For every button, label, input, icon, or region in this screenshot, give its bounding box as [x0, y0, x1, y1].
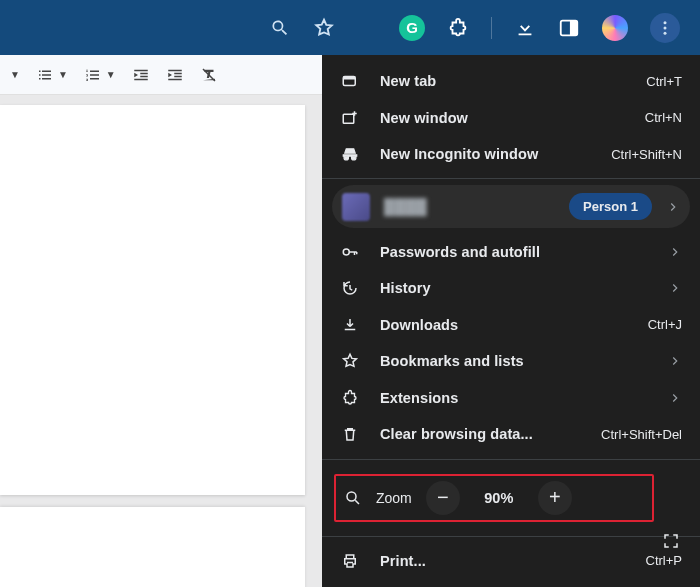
- svg-rect-6: [343, 77, 355, 80]
- menu-new-tab[interactable]: New tab Ctrl+T: [322, 63, 700, 99]
- menu-bookmarks[interactable]: Bookmarks and lists: [322, 343, 700, 379]
- kebab-menu-icon[interactable]: [650, 13, 680, 43]
- puzzle-icon: [340, 388, 360, 408]
- toolbar-separator: [491, 17, 492, 39]
- menu-label: New Incognito window: [380, 146, 591, 162]
- new-tab-icon: [340, 71, 360, 91]
- svg-point-3: [664, 26, 667, 29]
- download-icon[interactable]: [514, 17, 536, 39]
- history-icon: [340, 278, 360, 298]
- profile-badge: Person 1: [569, 193, 652, 220]
- menu-label: Downloads: [380, 317, 628, 333]
- print-icon: [340, 551, 360, 571]
- svg-point-8: [343, 249, 349, 255]
- document-page-next: [0, 507, 305, 587]
- svg-rect-1: [570, 20, 577, 35]
- menu-label: Passwords and autofill: [380, 244, 648, 260]
- menu-clear-browsing[interactable]: Clear browsing data... Ctrl+Shift+Del: [322, 416, 700, 452]
- svg-point-9: [347, 492, 356, 501]
- dropdown-caret-icon[interactable]: ▼: [10, 69, 20, 80]
- menu-passwords[interactable]: Passwords and autofill: [322, 234, 700, 270]
- document-page: [0, 105, 305, 495]
- menu-shortcut: Ctrl+P: [646, 553, 682, 568]
- menu-zoom-highlight: Zoom − 90% +: [334, 474, 654, 522]
- bullet-list-button[interactable]: ▼: [36, 66, 68, 84]
- profile-name: ████: [384, 198, 555, 215]
- menu-shortcut: Ctrl+Shift+Del: [601, 427, 682, 442]
- menu-label: History: [380, 280, 648, 296]
- chevron-right-icon: [668, 281, 682, 295]
- numbered-list-button[interactable]: ▼: [84, 66, 116, 84]
- zoom-in-button[interactable]: +: [538, 481, 572, 515]
- menu-divider: [322, 459, 700, 460]
- menu-divider: [322, 178, 700, 179]
- menu-label: Zoom: [376, 490, 412, 506]
- menu-shortcut: Ctrl+N: [645, 110, 682, 125]
- decrease-indent-button[interactable]: [132, 66, 150, 84]
- menu-label: Print...: [380, 553, 626, 569]
- trash-icon: [340, 424, 360, 444]
- menu-label: New window: [380, 110, 625, 126]
- svg-point-2: [664, 21, 667, 24]
- star-icon: [340, 351, 360, 371]
- profile-avatar-icon[interactable]: [602, 15, 628, 41]
- menu-shortcut: Ctrl+T: [646, 74, 682, 89]
- menu-extensions[interactable]: Extensions: [322, 380, 700, 416]
- menu-print[interactable]: Print... Ctrl+P: [322, 542, 700, 578]
- menu-profile-row[interactable]: ████ Person 1: [332, 185, 690, 227]
- svg-point-4: [664, 31, 667, 34]
- svg-rect-7: [343, 114, 354, 123]
- menu-divider: [322, 536, 700, 537]
- star-icon[interactable]: [313, 17, 335, 39]
- menu-shortcut: Ctrl+Shift+N: [611, 147, 682, 162]
- search-icon[interactable]: [269, 17, 291, 39]
- zoom-value: 90%: [474, 490, 524, 506]
- zoom-icon: [344, 489, 362, 507]
- menu-history[interactable]: History: [322, 270, 700, 306]
- extensions-puzzle-icon[interactable]: [447, 17, 469, 39]
- chevron-right-icon: [666, 200, 680, 214]
- grammarly-icon[interactable]: G: [399, 15, 425, 41]
- menu-new-window[interactable]: New window Ctrl+N: [322, 99, 700, 135]
- browser-top-bar: G: [0, 0, 700, 55]
- clear-formatting-button[interactable]: [200, 66, 218, 84]
- increase-indent-button[interactable]: [166, 66, 184, 84]
- menu-label: Clear browsing data...: [380, 426, 581, 442]
- menu-shortcut: Ctrl+J: [648, 317, 682, 332]
- zoom-out-button[interactable]: −: [426, 481, 460, 515]
- key-icon: [340, 242, 360, 262]
- menu-label: Extensions: [380, 390, 648, 406]
- chevron-right-icon: [668, 354, 682, 368]
- incognito-icon: [340, 144, 360, 164]
- profile-avatar-icon: [342, 193, 370, 221]
- download-icon: [340, 315, 360, 335]
- side-panel-icon[interactable]: [558, 17, 580, 39]
- menu-label: New tab: [380, 73, 626, 89]
- chevron-right-icon: [668, 245, 682, 259]
- chrome-menu: New tab Ctrl+T New window Ctrl+N New Inc…: [322, 55, 700, 587]
- menu-downloads[interactable]: Downloads Ctrl+J: [322, 307, 700, 343]
- menu-incognito[interactable]: New Incognito window Ctrl+Shift+N: [322, 136, 700, 172]
- new-window-icon: [340, 108, 360, 128]
- chevron-right-icon: [668, 391, 682, 405]
- menu-label: Bookmarks and lists: [380, 353, 648, 369]
